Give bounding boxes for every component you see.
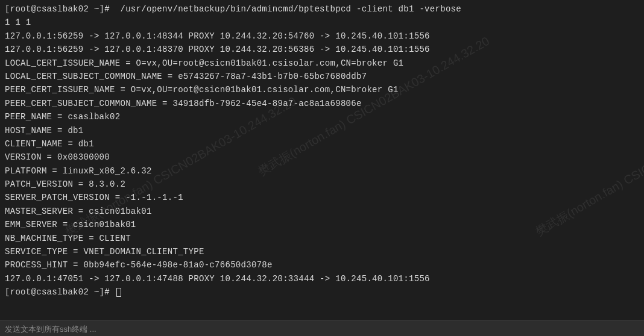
output-line: LOCAL_CERT_SUBJECT_COMMON_NAME = e574326… (5, 70, 639, 83)
command-text: /usr/openv/netbackup/bin/admincmd/bptest… (120, 4, 461, 14)
output-line: PEER_CERT_SUBJECT_COMMON_NAME = 34918dfb… (5, 97, 639, 110)
output-line: PEER_CERT_ISSUER_NAME = O=vx,OU=root@csi… (5, 83, 639, 96)
cursor-icon (116, 288, 121, 297)
output-line: 127.0.0.1:47051 -> 127.0.0.1:47488 PROXY… (5, 272, 639, 285)
output-line: MASTER_SERVER = csicn01bak01 (5, 205, 639, 218)
output-line: EMM_SERVER = csicn01bak01 (5, 218, 639, 231)
output-line: LOCAL_CERT_ISSUER_NAME = O=vx,OU=root@cs… (5, 57, 639, 70)
output-line: NB_MACHINE_TYPE = CLIENT (5, 232, 639, 245)
status-text: 发送文本到所有ssh终端 ... (5, 325, 96, 334)
output-line: VERSION = 0x08300000 (5, 151, 639, 164)
status-bar[interactable]: 发送文本到所有ssh终端 ... (0, 320, 644, 336)
output-line: 127.0.0.1:56259 -> 127.0.0.1:48370 PROXY… (5, 43, 639, 56)
prompt-line[interactable]: [root@csaslbak02 ~]# (5, 285, 639, 299)
shell-prompt: [root@csaslbak02 ~]# (5, 287, 115, 297)
shell-prompt: [root@csaslbak02 ~]# (5, 4, 120, 14)
command-line: [root@csaslbak02 ~]# /usr/openv/netbacku… (5, 2, 639, 16)
output-line: SERVICE_TYPE = VNET_DOMAIN_CLIENT_TYPE (5, 245, 639, 258)
output-line: 127.0.0.1:56259 -> 127.0.0.1:48344 PROXY… (5, 30, 639, 43)
output-line: HOST_NAME = db1 (5, 124, 639, 137)
output-line: SERVER_PATCH_VERSION = -1.-1.-1.-1 (5, 191, 639, 204)
output-line: 1 1 1 (5, 16, 639, 29)
output-line: CLIENT_NAME = db1 (5, 137, 639, 151)
output-line: PATCH_VERSION = 8.3.0.2 (5, 178, 639, 191)
output-line: PEER_NAME = csaslbak02 (5, 110, 639, 123)
output-line: PROCESS_HINT = 0bb94efc-564e-498e-81a0-c… (5, 258, 639, 272)
output-line: PLATFORM = linuxR_x86_2.6.32 (5, 164, 639, 178)
terminal-output[interactable]: 樊武振(norton.fan) CSICN02BAK03-10.244.32.2… (0, 0, 644, 320)
